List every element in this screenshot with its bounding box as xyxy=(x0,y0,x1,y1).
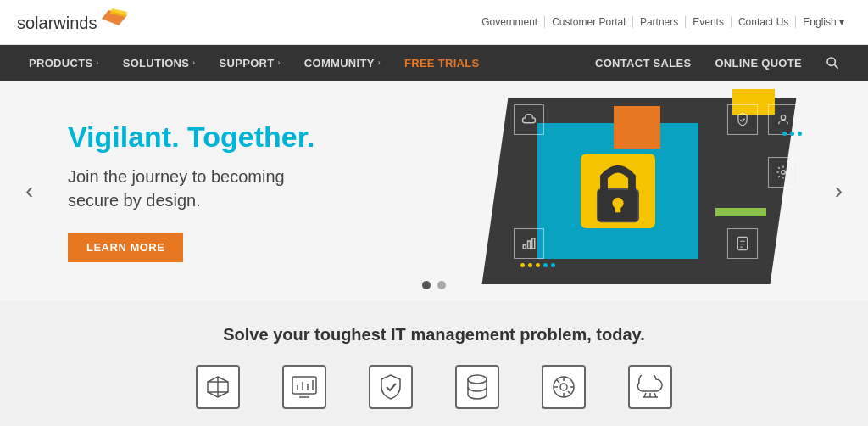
chevron-icon: › xyxy=(192,59,195,67)
svg-line-36 xyxy=(568,391,571,395)
svg-point-9 xyxy=(781,115,785,120)
svg-line-4 xyxy=(834,64,837,68)
svg-text:solarwinds: solarwinds xyxy=(17,14,97,32)
utility-link-contact-us[interactable]: Contact Us xyxy=(732,16,796,28)
nav-item-online-quote[interactable]: ONLINE QUOTE xyxy=(703,45,814,81)
utility-link-customer-portal[interactable]: Customer Portal xyxy=(545,16,633,28)
svg-rect-14 xyxy=(737,237,747,249)
logo-svg: solarwinds xyxy=(17,7,127,37)
svg-rect-10 xyxy=(523,245,526,249)
green-accent xyxy=(715,208,766,216)
shield-icon-box xyxy=(727,104,758,135)
bottom-title: Solve your toughest IT management proble… xyxy=(17,325,851,345)
database-icon xyxy=(455,365,499,409)
utility-link-government[interactable]: Government xyxy=(475,16,545,28)
cloud-icon-box xyxy=(514,104,544,135)
hero-section: ‹ Vigilant. Together. Join the journey t… xyxy=(0,81,868,301)
security-check-icon xyxy=(369,365,413,409)
bottom-icon-security xyxy=(369,365,413,409)
nav-item-products[interactable]: PRODUCTS › xyxy=(17,45,111,81)
decoration-dots xyxy=(520,263,555,267)
hero-graphic xyxy=(470,89,809,293)
logo[interactable]: solarwinds xyxy=(17,7,127,37)
gear-icon-box xyxy=(768,157,798,188)
chevron-icon: › xyxy=(277,59,280,67)
bottom-section: Solve your toughest IT management proble… xyxy=(0,301,868,426)
hero-illustration xyxy=(461,81,817,301)
bottom-icon-database xyxy=(455,365,499,409)
utility-link-events[interactable]: Events xyxy=(686,16,732,28)
bottom-icon-cloud xyxy=(628,365,672,409)
main-navigation: PRODUCTS › SOLUTIONS › SUPPORT › COMMUNI… xyxy=(0,45,868,81)
right-dots xyxy=(782,132,802,136)
svg-point-30 xyxy=(560,384,567,390)
cloud-service-icon xyxy=(628,365,672,409)
chevron-icon: › xyxy=(378,59,381,67)
analytics-icon xyxy=(282,365,326,409)
nav-left: PRODUCTS › SOLUTIONS › SUPPORT › COMMUNI… xyxy=(17,45,583,81)
utility-link-english[interactable]: English ▾ xyxy=(796,16,851,28)
user-icon-box xyxy=(768,104,798,135)
learn-more-button[interactable]: LEARN MORE xyxy=(68,233,183,262)
nav-item-free-trials[interactable]: FREE TRIALS xyxy=(392,45,492,81)
document-icon-box xyxy=(727,228,758,259)
utility-links: Government Customer Portal Partners Even… xyxy=(475,16,851,28)
utility-link-partners[interactable]: Partners xyxy=(633,16,686,28)
utility-bar: solarwinds Government Customer Portal Pa… xyxy=(0,0,868,45)
bottom-icon-network xyxy=(196,365,240,409)
svg-rect-8 xyxy=(615,203,621,212)
carousel-arrow-right[interactable]: › xyxy=(835,177,843,205)
nav-item-contact-sales[interactable]: CONTACT SALES xyxy=(583,45,703,81)
svg-point-13 xyxy=(782,171,786,175)
bottom-icons-row xyxy=(17,365,851,409)
svg-rect-12 xyxy=(532,238,535,249)
bottom-icon-service xyxy=(542,365,586,409)
svg-point-3 xyxy=(827,58,835,65)
network-icon xyxy=(196,365,240,409)
nav-item-community[interactable]: COMMUNITY › xyxy=(292,45,392,81)
nav-item-solutions[interactable]: SOLUTIONS › xyxy=(111,45,208,81)
search-icon xyxy=(826,56,839,70)
search-button[interactable] xyxy=(814,45,851,81)
lock-icon xyxy=(571,144,665,238)
nav-item-support[interactable]: SUPPORT › xyxy=(208,45,292,81)
chevron-icon: › xyxy=(96,59,98,67)
carousel-arrow-left[interactable]: ‹ xyxy=(25,177,33,205)
bottom-icon-analytics xyxy=(282,365,326,409)
lock-illustration xyxy=(554,136,682,246)
service-icon xyxy=(542,365,586,409)
chart-icon-box xyxy=(514,228,544,259)
carousel-dot-2[interactable] xyxy=(437,281,446,289)
svg-point-28 xyxy=(468,375,487,384)
hero-content: Vigilant. Together. Join the journey to … xyxy=(0,120,315,262)
carousel-dot-1[interactable] xyxy=(422,281,431,289)
hero-title: Vigilant. Together. xyxy=(68,120,315,154)
hero-subtitle: Join the journey to becomingsecure by de… xyxy=(68,165,315,212)
svg-line-35 xyxy=(557,380,560,384)
svg-rect-11 xyxy=(528,241,531,249)
nav-right: CONTACT SALES ONLINE QUOTE xyxy=(583,45,851,81)
carousel-dots xyxy=(422,281,446,289)
